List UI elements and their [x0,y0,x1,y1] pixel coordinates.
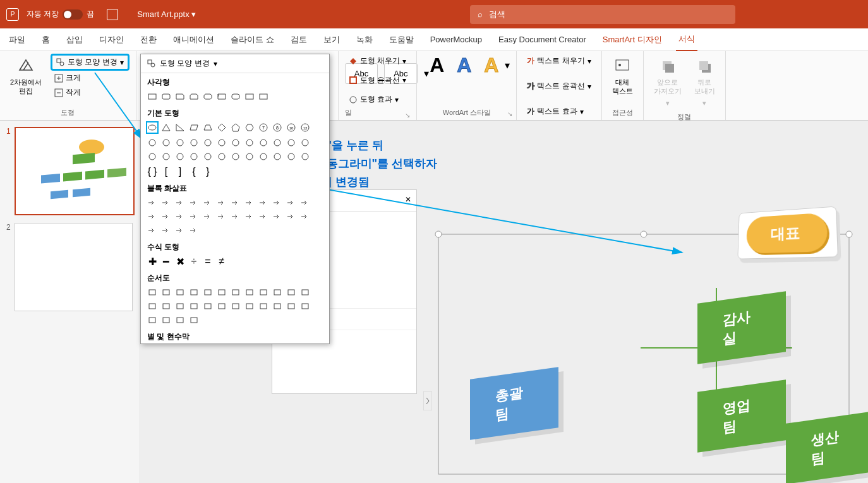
shape-arrow-item[interactable] [146,210,159,223]
tab-insert[interactable]: 삽입 [64,29,85,51]
shape-flow-item[interactable] [299,286,311,299]
shape-arrow-item[interactable] [299,210,311,223]
dialog-launcher-wordart[interactable]: ↘ [507,110,512,117]
shape-basic-item[interactable] [243,150,256,163]
shape-arrow-item[interactable] [285,210,298,223]
shape-basic-item[interactable] [188,150,200,163]
org-node-audit[interactable]: 감사실 [697,291,786,364]
tab-powermockup[interactable]: PowerMockup [428,30,485,49]
shape-flow-item[interactable] [229,286,242,299]
shape-rect[interactable] [146,90,159,103]
shape-basic-item[interactable] [215,136,228,149]
tab-review[interactable]: 검토 [288,29,310,51]
shape-basic-item[interactable] [215,150,228,163]
shape-rect8[interactable] [243,90,256,103]
autosave-toggle[interactable]: 자동 저장 끔 [27,9,94,20]
shape-basic-item[interactable] [146,150,159,163]
shape-flow-item[interactable] [271,300,284,313]
tab-design[interactable]: 디자인 [97,29,126,51]
shape-bracket-r[interactable]: ] [174,165,186,178]
shape-arrow-item[interactable] [229,210,242,223]
slide-thumbnail-2[interactable] [15,223,133,311]
shape-divide[interactable]: ÷ [188,255,200,268]
shape-arrow-item[interactable] [285,196,298,209]
bring-forward-button[interactable]: 앞으로 가져오기 ▾ [650,54,685,111]
shape-arrow-item[interactable] [243,196,256,209]
tab-animation[interactable]: 애니메이션 [171,29,217,51]
shape-basic-item[interactable] [299,136,311,149]
shape-ellipse[interactable] [146,121,159,134]
shape-basic-item[interactable] [229,136,242,149]
shape-rounded-rect[interactable] [160,90,172,103]
shape-flow-item[interactable] [188,286,200,299]
shape-flow-item[interactable] [174,314,186,326]
shape-equals[interactable]: = [202,255,214,268]
shape-flow-item[interactable] [215,286,228,299]
shape-arrow-item[interactable] [299,196,311,209]
shape-flow-item[interactable] [174,300,186,313]
tab-slideshow[interactable]: 슬라이드 쇼 [228,29,277,51]
shape-arrow-item[interactable] [257,210,270,223]
shape-basic-item[interactable] [299,150,311,163]
shape-arrow-item[interactable] [188,224,200,237]
text-effects-button[interactable]: 가 텍스트 효과 ▾ [523,104,594,119]
shape-flow-item[interactable] [146,286,159,299]
toggle-switch[interactable] [63,9,83,20]
tab-easydoc[interactable]: Easy Document Creator [496,30,589,49]
shape-diamond[interactable] [215,121,228,134]
shape-arrow-item[interactable] [160,224,172,237]
org-node-total[interactable]: 총괄팀 [470,367,558,440]
tab-record[interactable]: 녹화 [354,29,375,51]
edit-2d-button[interactable]: 2차원에서 편집 [6,54,45,100]
shape-flow-item[interactable] [160,286,172,299]
shape-flow-item[interactable] [146,300,159,313]
shape-flow-item[interactable] [271,286,284,299]
tab-file[interactable]: 파일 [6,29,28,51]
shape-basic-item[interactable] [243,136,256,149]
shape-flow-item[interactable] [285,300,298,313]
tab-smartart-design[interactable]: SmartArt 디자인 [600,29,665,51]
shape-heptagon[interactable]: 7 [257,121,270,134]
wordart-style-2[interactable]: A [450,54,478,77]
shape-parallelogram[interactable] [188,121,200,134]
shape-arrow-item[interactable] [202,210,214,223]
filename[interactable]: Smart Art.pptx ▾ [137,9,196,19]
shape-not-equals[interactable]: ≠ [215,255,228,268]
shape-arrow-item[interactable] [215,210,228,223]
shape-arrow-item[interactable] [188,210,200,223]
tab-transition[interactable]: 전환 [138,29,159,51]
shape-arrow-item[interactable] [257,196,270,209]
shape-flow-item[interactable] [188,314,200,326]
shape-basic-item[interactable] [257,150,270,163]
shape-arrow-item[interactable] [243,210,256,223]
tab-home[interactable]: 홈 [39,29,52,51]
tab-help[interactable]: 도움말 [387,29,416,51]
shape-flow-item[interactable] [243,300,256,313]
shape-basic-item[interactable] [202,136,214,149]
shape-dodecagon[interactable]: 12 [299,121,311,134]
shape-flow-item[interactable] [160,300,172,313]
save-icon[interactable] [107,9,118,20]
shape-basic-item[interactable] [202,150,214,163]
shape-decagon[interactable]: 10 [285,121,298,134]
search-box[interactable]: ⌕ 검색 [470,5,735,24]
shape-trapezoid[interactable] [202,121,214,134]
shape-basic-item[interactable] [257,136,270,149]
shape-effects-button[interactable]: 도형 효과 ▾ [345,92,410,107]
shape-rect6[interactable] [215,90,228,103]
shape-arrow-item[interactable] [202,196,214,209]
shape-octagon[interactable]: 8 [271,121,284,134]
shape-flow-item[interactable] [243,286,256,299]
shape-plus[interactable]: ✚ [146,255,159,268]
tab-format[interactable]: 서식 [676,28,697,51]
shape-brace-l2[interactable]: { [188,165,200,178]
shape-flow-item[interactable] [257,300,270,313]
shape-flow-item[interactable] [285,286,298,299]
shape-flow-item[interactable] [257,286,270,299]
shape-basic-item[interactable] [146,136,159,149]
shape-fill-button[interactable]: 도형 채우기 ▾ [345,54,410,68]
send-backward-button[interactable]: 뒤로 보내기 ▾ [690,54,719,111]
expand-handle[interactable] [423,391,432,413]
shape-flow-item[interactable] [299,300,311,313]
shape-basic-item[interactable] [174,136,186,149]
